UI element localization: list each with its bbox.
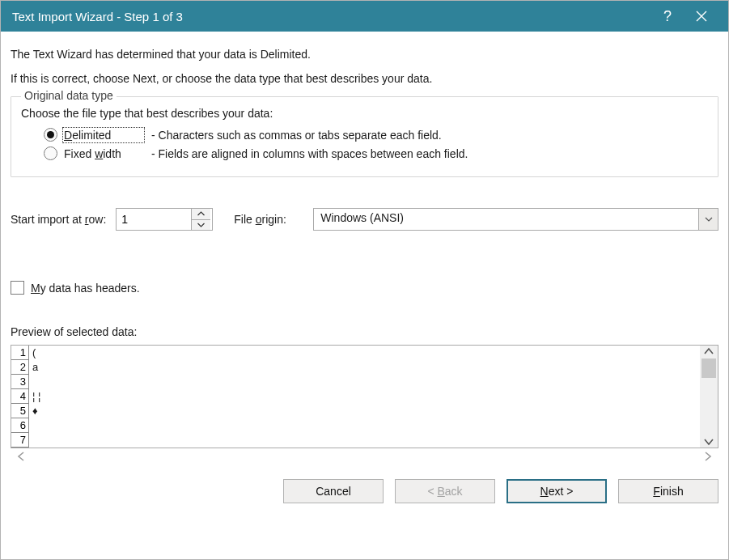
dialog-body: The Text Wizard has determined that your…: [1, 32, 728, 559]
chevron-down-icon: [704, 438, 714, 446]
preview-row-value: [29, 433, 32, 448]
preview-row: 2a: [11, 360, 700, 375]
spinner-up-button[interactable]: [192, 209, 210, 220]
radio-explain-fixedwidth: - Fields are aligned in columns with spa…: [151, 147, 468, 160]
preview-box: 1(2a34¦ ¦5♦67: [11, 345, 718, 448]
radio-option-fixedwidth[interactable]: Fixed width - Fields are aligned in colu…: [21, 146, 708, 160]
scroll-left-button[interactable]: [14, 452, 28, 461]
preview-row: 7: [11, 433, 700, 448]
radio-button-fixedwidth[interactable]: [44, 146, 57, 160]
preview-row-number: 3: [11, 375, 29, 389]
wizard-window: Text Import Wizard - Step 1 of 3 ? The T…: [0, 0, 729, 560]
headers-checkbox-row[interactable]: My data has headers.: [11, 281, 718, 295]
preview-row-number: 7: [11, 433, 29, 448]
headers-checkbox[interactable]: [11, 281, 24, 295]
preview-row-value: (: [29, 346, 36, 360]
preview-row: 5♦: [11, 404, 700, 418]
preview-horizontal-scrollbar[interactable]: [11, 448, 718, 465]
radio-button-delimited[interactable]: [44, 128, 57, 142]
chevron-left-icon: [17, 452, 25, 461]
import-options-row: Start import at row: File origin: Window…: [11, 208, 718, 231]
group-legend: Original data type: [21, 89, 117, 102]
cancel-button[interactable]: Cancel: [283, 479, 384, 503]
chevron-up-icon: [197, 211, 205, 216]
radio-option-delimited[interactable]: Delimited - Characters such as commas or…: [21, 128, 708, 142]
preview-row-number: 2: [11, 360, 29, 375]
cancel-button-label: Cancel: [316, 485, 351, 498]
titlebar: Text Import Wizard - Step 1 of 3 ?: [1, 1, 728, 32]
preview-vertical-scrollbar[interactable]: [700, 346, 718, 448]
chevron-right-icon: [704, 452, 712, 461]
scroll-thumb[interactable]: [701, 358, 716, 378]
scroll-down-button[interactable]: [700, 438, 718, 446]
preview-row-number: 4: [11, 389, 29, 404]
next-button-label: Next >: [540, 485, 574, 498]
start-row-label: Start import at row:: [11, 213, 106, 226]
preview-row-number: 1: [11, 346, 29, 360]
preview-row-value: [29, 375, 32, 389]
back-button: < Back: [395, 479, 495, 503]
group-description: Choose the file type that best describes…: [21, 107, 708, 120]
intro-text-2: If this is correct, choose Next, or choo…: [11, 72, 718, 85]
chevron-up-icon: [704, 347, 714, 355]
help-button[interactable]: ?: [651, 1, 684, 32]
start-row-spinner[interactable]: [116, 208, 213, 231]
chevron-down-icon: [705, 217, 713, 222]
next-button[interactable]: Next >: [506, 479, 607, 503]
file-origin-dropdown-button[interactable]: [698, 209, 718, 230]
close-icon: [696, 11, 707, 22]
window-title: Text Import Wizard - Step 1 of 3: [12, 10, 651, 23]
close-button[interactable]: [684, 1, 718, 32]
preview-area: 1(2a34¦ ¦5♦67: [11, 345, 718, 465]
finish-button[interactable]: Finish: [618, 479, 718, 503]
preview-rows: 1(2a34¦ ¦5♦67: [11, 346, 700, 448]
dialog-footer: Cancel < Back Next > Finish: [11, 465, 718, 507]
back-button-label: < Back: [427, 485, 462, 498]
chevron-down-icon: [197, 223, 205, 227]
preview-row: 4¦ ¦: [11, 389, 700, 404]
preview-row-number: 5: [11, 404, 29, 418]
headers-checkbox-label: My data has headers.: [31, 282, 140, 295]
start-row-input[interactable]: [117, 209, 191, 230]
preview-label: Preview of selected data:: [11, 325, 718, 338]
file-origin-label: File origin:: [234, 213, 303, 226]
preview-row-value: [29, 418, 32, 433]
file-origin-combo[interactable]: Windows (ANSI): [313, 208, 718, 231]
preview-row-number: 6: [11, 418, 29, 433]
finish-button-label: Finish: [653, 485, 683, 498]
radio-label-fixedwidth: Fixed width: [64, 147, 143, 160]
preview-row-value: ♦: [29, 404, 38, 418]
scroll-right-button[interactable]: [701, 452, 715, 461]
preview-row-value: a: [29, 360, 38, 375]
spinner-down-button[interactable]: [192, 220, 210, 231]
preview-row: 6: [11, 418, 700, 433]
preview-row-value: ¦ ¦: [29, 389, 40, 404]
preview-row: 1(: [11, 346, 700, 360]
preview-row: 3: [11, 375, 700, 389]
original-data-type-group: Original data type Choose the file type …: [11, 96, 718, 177]
help-icon: ?: [663, 8, 672, 25]
file-origin-value: Windows (ANSI): [314, 209, 698, 230]
radio-explain-delimited: - Characters such as commas or tabs sepa…: [151, 129, 442, 142]
radio-label-delimited: Delimited: [64, 129, 143, 142]
intro-text-1: The Text Wizard has determined that your…: [11, 48, 718, 61]
scroll-up-button[interactable]: [700, 347, 718, 355]
